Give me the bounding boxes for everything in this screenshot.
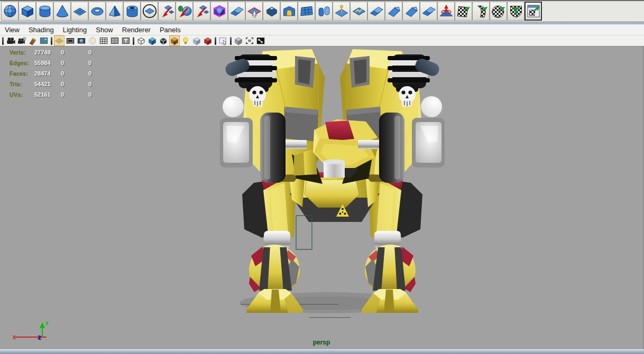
shadows[interactable] [191, 35, 202, 46]
window-bottom-edge [0, 349, 644, 354]
hud-row-faces: Faces: 28474 0 0 [10, 68, 91, 79]
quads-red-arrow[interactable] [158, 2, 176, 21]
xray[interactable] [233, 35, 244, 46]
hud-value-col2: 0 [61, 68, 88, 79]
hud-label: Edges: [10, 58, 34, 68]
camera-name-label: persp [0, 339, 643, 346]
select-camera[interactable] [5, 35, 16, 46]
hud-row-uvs: UVs: 52161 0 0 [10, 89, 91, 100]
poly-cylinder[interactable] [36, 2, 53, 21]
camera-attributes[interactable] [16, 35, 27, 46]
hud-value-total: 54421 [34, 79, 61, 89]
mirror-planes[interactable] [367, 2, 385, 21]
image-plane[interactable] [39, 35, 49, 46]
xray-joints[interactable] [255, 35, 266, 46]
uv-spherical-mapping[interactable] [490, 2, 507, 21]
hud-row-edges: Edges: 55984 0 0 [10, 58, 91, 68]
poly-pipe[interactable] [123, 2, 141, 21]
toolbar-drag-handle[interactable] [1, 35, 5, 46]
interactive-split[interactable] [245, 2, 263, 21]
smooth-cube[interactable] [210, 2, 228, 21]
wireframe-on-shaded[interactable] [158, 35, 169, 46]
wireframe[interactable] [136, 35, 146, 46]
maya-viewport-window: ViewShadingLightingShowRendererPanels [0, 0, 644, 354]
poly-sphere[interactable] [1, 2, 19, 21]
mech-model[interactable] [0, 46, 643, 349]
plane-red-arrow[interactable] [193, 2, 210, 21]
polygons-shelf [0, 0, 644, 22]
hud-value-col3: 0 [88, 58, 91, 68]
poly-cone[interactable] [53, 2, 71, 21]
menu-lighting[interactable]: Lighting [61, 25, 89, 35]
hud-value-col3: 0 [88, 89, 91, 100]
wedge-face[interactable] [263, 2, 280, 21]
menu-renderer[interactable]: Renderer [120, 25, 153, 35]
safe-action[interactable] [109, 35, 120, 46]
safe-title[interactable] [121, 35, 131, 46]
hud-label: Tris: [10, 79, 34, 89]
planes-pair[interactable] [420, 2, 437, 21]
toolbar-drag-handle[interactable] [214, 35, 217, 46]
use-all-lights[interactable] [180, 35, 191, 46]
hud-label: UVs: [10, 89, 34, 100]
menu-show[interactable]: Show [94, 25, 115, 35]
toolbar-drag-handle[interactable] [229, 35, 233, 46]
y-axis-label: y [45, 320, 49, 325]
toolbar-drag-handle[interactable] [132, 35, 135, 46]
grid[interactable] [54, 35, 65, 46]
hud-label: Verts: [10, 47, 34, 58]
hud-row-tris: Tris: 54421 0 0 [10, 79, 91, 89]
hud-value-col2: 0 [61, 58, 88, 68]
poly-cube[interactable] [19, 2, 36, 21]
hud-row-verts: Verts: 27749 0 0 [10, 47, 91, 58]
hud-value-col3: 0 [88, 79, 91, 89]
pan-zoom-2d[interactable] [218, 35, 228, 46]
uv-automatic-mapping[interactable] [507, 2, 525, 21]
viewport-3d[interactable]: Verts: 27749 0 0 Edges: 55984 0 0 Faces:… [0, 46, 644, 349]
panel-toolbar [0, 35, 644, 46]
y-axis-arrow [40, 322, 45, 328]
uv-texture-editor[interactable] [525, 2, 542, 21]
pyramid-up-arrow[interactable] [437, 2, 455, 21]
hud-value-col2: 0 [61, 89, 88, 100]
plane-fold[interactable] [402, 2, 420, 21]
hud-value-total: 28474 [34, 68, 61, 79]
menu-shading[interactable]: Shading [26, 25, 56, 35]
hud-value-total: 52161 [34, 89, 61, 100]
sphere-red-arrow[interactable] [176, 2, 193, 21]
resolution-gate[interactable] [76, 35, 87, 46]
uv-planar-mapping[interactable] [455, 2, 472, 21]
toolbar-drag-handle[interactable] [50, 35, 53, 46]
plane-pin[interactable] [333, 2, 350, 21]
hud-value-col3: 0 [88, 68, 91, 79]
hud-value-total: 55984 [34, 58, 61, 68]
hud-label: Faces: [10, 68, 34, 79]
textured[interactable] [169, 35, 180, 46]
hud-value-col3: 0 [88, 47, 91, 58]
shell-pair[interactable] [315, 2, 333, 21]
bookmarks[interactable] [27, 35, 38, 46]
poly-prism-circled[interactable] [141, 2, 158, 21]
hud-value-total: 27749 [34, 47, 61, 58]
hud-value-col2: 0 [61, 79, 88, 89]
menu-panels[interactable]: Panels [158, 25, 183, 35]
tilted-plane[interactable] [385, 2, 402, 21]
plane-split[interactable] [350, 2, 367, 21]
isolate-select[interactable] [244, 35, 255, 46]
bridge-arch[interactable] [280, 2, 298, 21]
screen-space-ao[interactable] [203, 35, 213, 46]
field-chart[interactable] [98, 35, 109, 46]
gate-mask[interactable] [87, 35, 98, 46]
hud-value-col2: 0 [61, 47, 88, 58]
poly-plane[interactable] [71, 2, 88, 21]
panel-menu-bar: ViewShadingLightingShowRendererPanels [0, 24, 644, 35]
poly-count-hud: Verts: 27749 0 0 Edges: 55984 0 0 Faces:… [10, 47, 91, 100]
poly-pyramid[interactable] [106, 2, 123, 21]
menu-view[interactable]: View [3, 25, 22, 35]
poly-torus[interactable] [88, 2, 106, 21]
film-gate[interactable] [65, 35, 76, 46]
planes-tilted[interactable] [228, 2, 245, 21]
grid-plane[interactable] [298, 2, 315, 21]
uv-cylindrical-mapping[interactable] [472, 2, 490, 21]
smooth-shade-all[interactable] [147, 35, 158, 46]
